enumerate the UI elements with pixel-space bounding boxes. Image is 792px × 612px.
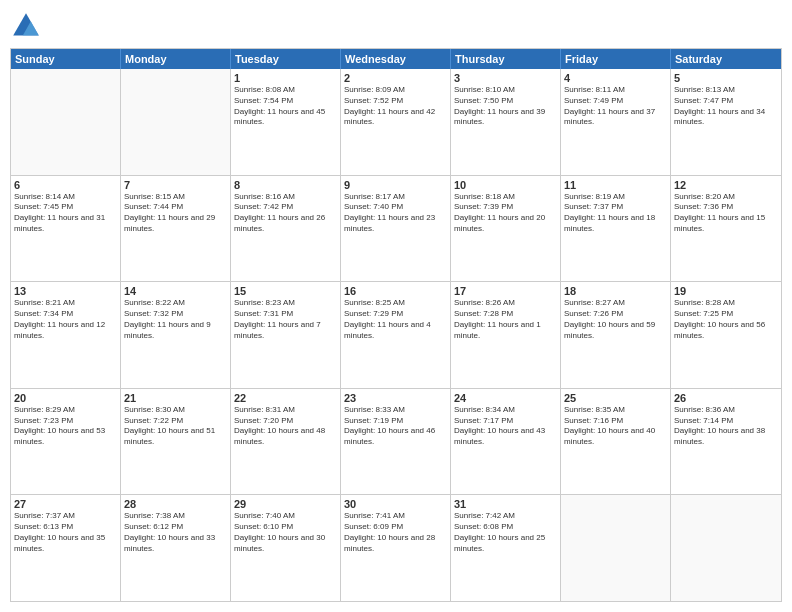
day-number: 6 [14, 179, 117, 191]
cell-info: Sunrise: 7:37 AMSunset: 6:13 PMDaylight:… [14, 511, 117, 554]
day-number: 24 [454, 392, 557, 404]
cell-info: Sunrise: 8:26 AMSunset: 7:28 PMDaylight:… [454, 298, 557, 341]
cell-info: Sunrise: 8:11 AMSunset: 7:49 PMDaylight:… [564, 85, 667, 128]
day-number: 29 [234, 498, 337, 510]
calendar-cell-1-3: 9Sunrise: 8:17 AMSunset: 7:40 PMDaylight… [341, 176, 451, 282]
calendar-cell-4-2: 29Sunrise: 7:40 AMSunset: 6:10 PMDayligh… [231, 495, 341, 601]
cell-info: Sunrise: 8:09 AMSunset: 7:52 PMDaylight:… [344, 85, 447, 128]
calendar-cell-1-2: 8Sunrise: 8:16 AMSunset: 7:42 PMDaylight… [231, 176, 341, 282]
day-number: 9 [344, 179, 447, 191]
cell-info: Sunrise: 8:17 AMSunset: 7:40 PMDaylight:… [344, 192, 447, 235]
calendar-cell-0-4: 3Sunrise: 8:10 AMSunset: 7:50 PMDaylight… [451, 69, 561, 175]
calendar-cell-2-4: 17Sunrise: 8:26 AMSunset: 7:28 PMDayligh… [451, 282, 561, 388]
calendar-cell-4-5 [561, 495, 671, 601]
calendar-row-4: 27Sunrise: 7:37 AMSunset: 6:13 PMDayligh… [11, 494, 781, 601]
day-number: 10 [454, 179, 557, 191]
cell-info: Sunrise: 8:08 AMSunset: 7:54 PMDaylight:… [234, 85, 337, 128]
cell-info: Sunrise: 8:28 AMSunset: 7:25 PMDaylight:… [674, 298, 778, 341]
calendar-cell-1-4: 10Sunrise: 8:18 AMSunset: 7:39 PMDayligh… [451, 176, 561, 282]
calendar-cell-4-0: 27Sunrise: 7:37 AMSunset: 6:13 PMDayligh… [11, 495, 121, 601]
day-number: 2 [344, 72, 447, 84]
header-day-thursday: Thursday [451, 49, 561, 69]
calendar-row-2: 13Sunrise: 8:21 AMSunset: 7:34 PMDayligh… [11, 281, 781, 388]
cell-info: Sunrise: 8:27 AMSunset: 7:26 PMDaylight:… [564, 298, 667, 341]
calendar-cell-0-5: 4Sunrise: 8:11 AMSunset: 7:49 PMDaylight… [561, 69, 671, 175]
calendar-cell-0-6: 5Sunrise: 8:13 AMSunset: 7:47 PMDaylight… [671, 69, 781, 175]
header-day-tuesday: Tuesday [231, 49, 341, 69]
day-number: 7 [124, 179, 227, 191]
day-number: 17 [454, 285, 557, 297]
day-number: 23 [344, 392, 447, 404]
day-number: 8 [234, 179, 337, 191]
calendar-row-3: 20Sunrise: 8:29 AMSunset: 7:23 PMDayligh… [11, 388, 781, 495]
calendar-cell-2-3: 16Sunrise: 8:25 AMSunset: 7:29 PMDayligh… [341, 282, 451, 388]
day-number: 15 [234, 285, 337, 297]
day-number: 4 [564, 72, 667, 84]
day-number: 13 [14, 285, 117, 297]
cell-info: Sunrise: 8:13 AMSunset: 7:47 PMDaylight:… [674, 85, 778, 128]
header [10, 10, 782, 42]
logo-icon [10, 10, 42, 42]
day-number: 1 [234, 72, 337, 84]
day-number: 5 [674, 72, 778, 84]
cell-info: Sunrise: 8:22 AMSunset: 7:32 PMDaylight:… [124, 298, 227, 341]
calendar-cell-3-2: 22Sunrise: 8:31 AMSunset: 7:20 PMDayligh… [231, 389, 341, 495]
calendar-cell-0-2: 1Sunrise: 8:08 AMSunset: 7:54 PMDaylight… [231, 69, 341, 175]
calendar-cell-0-1 [121, 69, 231, 175]
day-number: 16 [344, 285, 447, 297]
cell-info: Sunrise: 8:33 AMSunset: 7:19 PMDaylight:… [344, 405, 447, 448]
header-day-friday: Friday [561, 49, 671, 69]
header-day-sunday: Sunday [11, 49, 121, 69]
cell-info: Sunrise: 8:25 AMSunset: 7:29 PMDaylight:… [344, 298, 447, 341]
cell-info: Sunrise: 8:20 AMSunset: 7:36 PMDaylight:… [674, 192, 778, 235]
calendar-cell-2-0: 13Sunrise: 8:21 AMSunset: 7:34 PMDayligh… [11, 282, 121, 388]
calendar-cell-4-6 [671, 495, 781, 601]
cell-info: Sunrise: 8:15 AMSunset: 7:44 PMDaylight:… [124, 192, 227, 235]
calendar: SundayMondayTuesdayWednesdayThursdayFrid… [10, 48, 782, 602]
logo [10, 10, 46, 42]
day-number: 11 [564, 179, 667, 191]
day-number: 12 [674, 179, 778, 191]
calendar-cell-1-1: 7Sunrise: 8:15 AMSunset: 7:44 PMDaylight… [121, 176, 231, 282]
day-number: 14 [124, 285, 227, 297]
cell-info: Sunrise: 7:40 AMSunset: 6:10 PMDaylight:… [234, 511, 337, 554]
calendar-cell-3-1: 21Sunrise: 8:30 AMSunset: 7:22 PMDayligh… [121, 389, 231, 495]
cell-info: Sunrise: 8:18 AMSunset: 7:39 PMDaylight:… [454, 192, 557, 235]
calendar-cell-4-3: 30Sunrise: 7:41 AMSunset: 6:09 PMDayligh… [341, 495, 451, 601]
day-number: 27 [14, 498, 117, 510]
day-number: 19 [674, 285, 778, 297]
page: SundayMondayTuesdayWednesdayThursdayFrid… [0, 0, 792, 612]
day-number: 22 [234, 392, 337, 404]
cell-info: Sunrise: 7:42 AMSunset: 6:08 PMDaylight:… [454, 511, 557, 554]
calendar-cell-1-5: 11Sunrise: 8:19 AMSunset: 7:37 PMDayligh… [561, 176, 671, 282]
day-number: 31 [454, 498, 557, 510]
cell-info: Sunrise: 8:31 AMSunset: 7:20 PMDaylight:… [234, 405, 337, 448]
cell-info: Sunrise: 8:35 AMSunset: 7:16 PMDaylight:… [564, 405, 667, 448]
calendar-cell-1-0: 6Sunrise: 8:14 AMSunset: 7:45 PMDaylight… [11, 176, 121, 282]
cell-info: Sunrise: 8:16 AMSunset: 7:42 PMDaylight:… [234, 192, 337, 235]
cell-info: Sunrise: 8:10 AMSunset: 7:50 PMDaylight:… [454, 85, 557, 128]
cell-info: Sunrise: 8:19 AMSunset: 7:37 PMDaylight:… [564, 192, 667, 235]
calendar-cell-1-6: 12Sunrise: 8:20 AMSunset: 7:36 PMDayligh… [671, 176, 781, 282]
calendar-cell-4-1: 28Sunrise: 7:38 AMSunset: 6:12 PMDayligh… [121, 495, 231, 601]
calendar-cell-3-3: 23Sunrise: 8:33 AMSunset: 7:19 PMDayligh… [341, 389, 451, 495]
calendar-body: 1Sunrise: 8:08 AMSunset: 7:54 PMDaylight… [11, 69, 781, 601]
calendar-cell-3-5: 25Sunrise: 8:35 AMSunset: 7:16 PMDayligh… [561, 389, 671, 495]
cell-info: Sunrise: 8:29 AMSunset: 7:23 PMDaylight:… [14, 405, 117, 448]
calendar-cell-4-4: 31Sunrise: 7:42 AMSunset: 6:08 PMDayligh… [451, 495, 561, 601]
calendar-cell-0-3: 2Sunrise: 8:09 AMSunset: 7:52 PMDaylight… [341, 69, 451, 175]
day-number: 26 [674, 392, 778, 404]
header-day-wednesday: Wednesday [341, 49, 451, 69]
calendar-cell-2-1: 14Sunrise: 8:22 AMSunset: 7:32 PMDayligh… [121, 282, 231, 388]
day-number: 20 [14, 392, 117, 404]
calendar-row-1: 6Sunrise: 8:14 AMSunset: 7:45 PMDaylight… [11, 175, 781, 282]
calendar-cell-3-0: 20Sunrise: 8:29 AMSunset: 7:23 PMDayligh… [11, 389, 121, 495]
day-number: 21 [124, 392, 227, 404]
calendar-header: SundayMondayTuesdayWednesdayThursdayFrid… [11, 49, 781, 69]
cell-info: Sunrise: 8:30 AMSunset: 7:22 PMDaylight:… [124, 405, 227, 448]
cell-info: Sunrise: 8:21 AMSunset: 7:34 PMDaylight:… [14, 298, 117, 341]
cell-info: Sunrise: 8:34 AMSunset: 7:17 PMDaylight:… [454, 405, 557, 448]
cell-info: Sunrise: 8:23 AMSunset: 7:31 PMDaylight:… [234, 298, 337, 341]
calendar-cell-2-6: 19Sunrise: 8:28 AMSunset: 7:25 PMDayligh… [671, 282, 781, 388]
calendar-cell-3-6: 26Sunrise: 8:36 AMSunset: 7:14 PMDayligh… [671, 389, 781, 495]
